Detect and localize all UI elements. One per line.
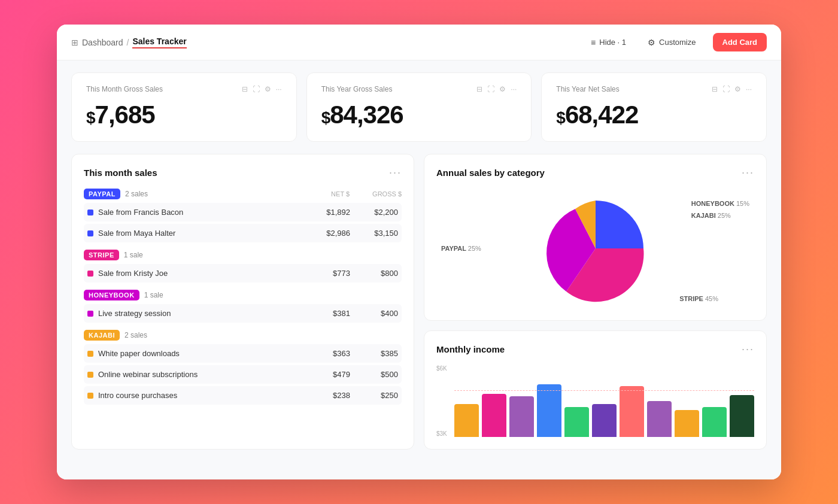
bars-wrapper [454,365,754,437]
grid-icon: ⊞ [71,38,78,47]
add-card-button[interactable]: Add Card [713,33,767,51]
more-icon-2[interactable]: ··· [746,85,752,93]
sale-row-2-0: Live strategy session $381 $400 [84,304,402,323]
sale-net-3-1: $479 [302,370,350,379]
customize-button[interactable]: ⚙ Customize [643,35,700,50]
pie-card-header: Annual sales by category ··· [436,166,754,179]
sale-dot-0-1 [87,230,93,236]
bar-more-icon[interactable]: ··· [742,343,754,356]
sale-dot-1-0 [87,271,93,277]
bar-7 [647,401,672,437]
stats-row: This Month Gross Sales ⊟ ⛶ ⚙ ··· $7,685 … [71,72,767,142]
bar-6 [620,386,644,437]
payment-badge-2: HONEYBOOK [84,290,139,300]
filter-icon-2[interactable]: ⊟ [712,85,718,93]
sale-name-1-0: Sale from Kristy Joe [87,269,302,278]
payment-group-3: KAJABI 2 sales White paper downloads $36… [84,330,402,405]
sale-gross-0-0: $2,200 [350,208,398,217]
breadcrumb-separator: / [127,38,129,47]
bar-chart-area: $6K $3K [436,365,754,437]
sale-name-3-1: Online webinar subscriptions [87,370,302,379]
sale-net-1-0: $773 [302,269,350,278]
payment-group-2: HONEYBOOK 1 sale Live strategy session $… [84,290,402,323]
pie-chart-card: Annual sales by category ··· [424,154,767,321]
stat-title-text-2: This Year Net Sales [556,85,619,93]
payment-count-0: 2 sales [125,190,148,198]
sale-name-text-3-0: White paper downloads [98,349,180,358]
sale-net-3-0: $363 [302,349,350,358]
sale-name-text-0-1: Sale from Maya Halter [98,229,175,238]
bar-chart-y-axis: $6K $3K [436,365,454,437]
settings-icon-2[interactable]: ⚙ [734,85,741,93]
main-content: This Month Gross Sales ⊟ ⛶ ⚙ ··· $7,685 … [57,60,781,479]
bar-chart-title: Monthly income [436,344,505,354]
sale-name-text-2-0: Live strategy session [98,309,171,318]
sale-name-text-3-1: Online webinar subscriptions [98,370,198,379]
stat-currency-2: $ [556,108,565,127]
sales-card-title: This month sales [84,168,157,178]
sale-name-2-0: Live strategy session [87,309,302,318]
pie-label-honeybook: HONEYBOOK 15% [691,198,749,210]
payment-count-2: 1 sale [144,291,163,299]
stat-value-1: $84,326 [321,101,517,129]
bar-2 [509,396,534,437]
hide-button[interactable]: ≡ Hide · 1 [586,35,631,50]
sale-name-text-3-2: Intro course purchases [98,391,177,400]
bar-1 [482,394,506,437]
stat-title-1: This Year Gross Sales ⊟ ⛶ ⚙ ··· [321,85,517,93]
expand-icon-1[interactable]: ⛶ [487,85,494,93]
sale-row-0-1: Sale from Maya Halter $2,986 $3,150 [84,224,402,242]
sale-row-3-0: White paper downloads $363 $385 [84,344,402,363]
settings-icon-1[interactable]: ⚙ [499,85,506,93]
pie-segment-paypal [596,201,643,248]
bar-card-header: Monthly income ··· [436,343,754,356]
dashboard-container: ⊞ Dashboard / Sales Tracker ≡ Hide · 1 ⚙… [57,25,781,479]
col-net-header: NET $ [331,190,350,198]
sale-net-3-2: $238 [302,391,350,400]
col-gross-header: GROSS $ [372,190,402,198]
bar-3 [537,384,561,437]
stat-icons-1: ⊟ ⛶ ⚙ ··· [476,85,517,93]
bar-8 [675,410,699,437]
breadcrumb: ⊞ Dashboard / Sales Tracker [71,37,187,48]
right-panel: Annual sales by category ··· [424,154,767,450]
sale-row-0-0: Sale from Francis Bacon $1,892 $2,200 [84,203,402,221]
sale-gross-1-0: $800 [350,269,398,278]
filter-icon-1[interactable]: ⊟ [476,85,482,93]
pie-label-kajabi: KAJABI 25% [691,210,749,222]
bar-9 [702,407,727,437]
payment-header-3: KAJABI 2 sales [84,330,402,341]
expand-icon-0[interactable]: ⛶ [253,85,260,93]
sale-dot-0-0 [87,210,93,215]
sale-gross-3-0: $385 [350,349,398,358]
dashed-line [454,390,754,391]
header-actions: ≡ Hide · 1 ⚙ Customize Add Card [586,33,767,51]
payment-header-2: HONEYBOOK 1 sale [84,290,402,300]
sales-more-icon[interactable]: ··· [389,166,402,179]
more-icon-0[interactable]: ··· [276,85,282,93]
sale-dot-3-2 [87,393,93,399]
filter-icon-0[interactable]: ⊟ [242,85,248,93]
stat-value-2: $68,422 [556,101,752,129]
sale-name-3-0: White paper downloads [87,349,302,358]
pie-more-icon[interactable]: ··· [742,166,754,179]
stat-title-2: This Year Net Sales ⊟ ⛶ ⚙ ··· [556,85,752,93]
sale-gross-0-1: $3,150 [350,229,398,238]
settings-icon-0[interactable]: ⚙ [265,85,271,93]
sale-name-0-1: Sale from Maya Halter [87,229,302,238]
expand-icon-2[interactable]: ⛶ [722,85,730,93]
sale-row-1-0: Sale from Kristy Joe $773 $800 [84,264,402,283]
sale-row-3-2: Intro course purchases $238 $250 [84,386,402,405]
pie-container: HONEYBOOK 15% KAJABI 25% PAYPAL 25% STRI… [436,189,754,308]
payment-badge-0: PAYPAL [84,189,120,199]
more-icon-1[interactable]: ··· [511,85,517,93]
breadcrumb-dashboard[interactable]: Dashboard [82,38,123,47]
bar-4 [564,407,589,437]
payment-count-3: 2 sales [125,331,147,339]
bottom-section: This month sales ··· PAYPAL 2 sales NET … [71,154,767,450]
sales-groups-container: PAYPAL 2 sales NET $ GROSS $ Sale from F… [84,189,402,405]
stat-title-text-1: This Year Gross Sales [321,85,393,93]
sale-net-0-0: $1,892 [302,208,350,217]
sale-name-0-0: Sale from Francis Bacon [87,208,302,217]
gear-icon: ⚙ [648,38,655,47]
